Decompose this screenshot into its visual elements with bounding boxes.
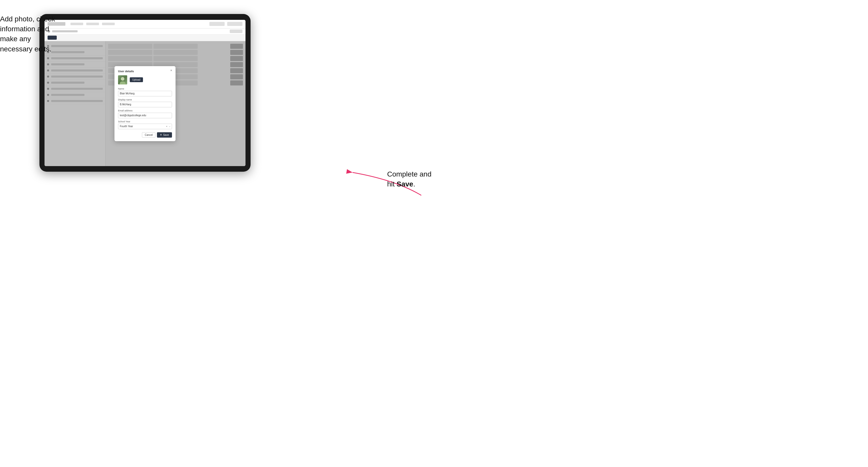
email-field-group: Email address bbox=[118, 110, 172, 118]
school-year-label: School Year bbox=[118, 120, 172, 123]
email-label: Email address bbox=[118, 110, 172, 112]
modal-overlay: User details × bbox=[44, 41, 246, 166]
email-input[interactable] bbox=[118, 113, 172, 118]
school-year-input[interactable] bbox=[118, 124, 172, 129]
tablet-frame: User details × bbox=[39, 14, 251, 172]
chevron-down-icon[interactable]: ⌄ bbox=[169, 125, 171, 127]
close-icon[interactable]: × bbox=[169, 69, 173, 72]
name-field-group: Name bbox=[118, 88, 172, 96]
photo-thumbnail bbox=[118, 75, 127, 85]
nav-item-1[interactable] bbox=[70, 23, 83, 25]
dialog-footer: Cancel ⬆ Save bbox=[118, 132, 172, 137]
upload-button[interactable]: Upload bbox=[130, 77, 143, 82]
main-content: User details × bbox=[44, 41, 246, 166]
photo-section: Upload bbox=[118, 75, 172, 85]
nav-item-2[interactable] bbox=[86, 23, 99, 25]
app-header-right bbox=[209, 22, 242, 26]
save-button[interactable]: ⬆ Save bbox=[157, 132, 172, 137]
display-name-field-group: Display name bbox=[118, 98, 172, 107]
save-label: Save bbox=[163, 133, 169, 136]
breadcrumb-bar bbox=[44, 29, 246, 35]
svg-point-2 bbox=[121, 77, 124, 81]
school-year-select-wrapper: × ⌄ bbox=[118, 124, 172, 129]
display-name-input[interactable] bbox=[118, 102, 172, 107]
name-label: Name bbox=[118, 88, 172, 90]
name-input[interactable] bbox=[118, 91, 172, 96]
tablet-screen: User details × bbox=[44, 20, 246, 166]
annotation-right-end: . bbox=[413, 180, 415, 188]
header-btn-2[interactable] bbox=[227, 22, 242, 26]
nav-item-3[interactable] bbox=[102, 23, 115, 25]
save-icon: ⬆ bbox=[160, 133, 162, 136]
display-name-label: Display name bbox=[118, 98, 172, 101]
toolbar bbox=[44, 35, 246, 41]
header-action-btn[interactable] bbox=[230, 30, 242, 33]
dialog-title: User details bbox=[118, 70, 172, 73]
select-clear-icon[interactable]: × bbox=[166, 125, 167, 128]
app-header bbox=[44, 20, 246, 29]
cancel-button[interactable]: Cancel bbox=[142, 132, 155, 137]
user-details-dialog: User details × bbox=[115, 66, 176, 141]
person-silhouette bbox=[119, 76, 126, 85]
annotation-right-line1: Complete and bbox=[387, 170, 431, 178]
annotation-right: Complete and hit Save. bbox=[387, 169, 431, 189]
app-nav bbox=[70, 23, 115, 25]
annotation-right-bold: Save bbox=[397, 180, 413, 188]
annotation-right-line2: hit bbox=[387, 180, 397, 188]
header-btn-1[interactable] bbox=[209, 22, 225, 26]
photo-thumb-inner bbox=[118, 75, 127, 85]
school-year-field-group: School Year × ⌄ bbox=[118, 120, 172, 129]
